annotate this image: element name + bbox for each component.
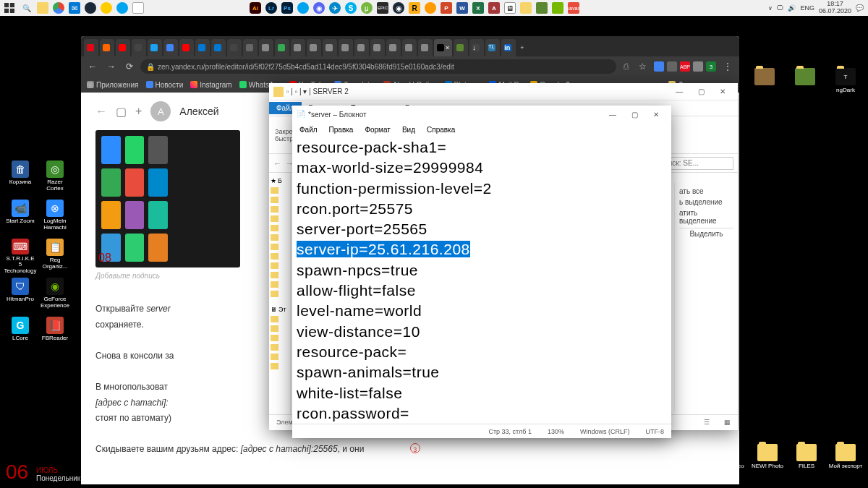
discord-icon[interactable]: ◉ — [313, 2, 325, 14]
app13-icon[interactable] — [520, 2, 532, 14]
select-opt[interactable]: ать все — [679, 186, 733, 197]
sidebar-item[interactable] — [271, 195, 289, 205]
menu-icon[interactable]: ⋮ — [720, 61, 735, 72]
steam2-icon[interactable]: ◉ — [393, 2, 404, 14]
sidebar-item[interactable] — [271, 214, 289, 223]
folder-export[interactable]: Мой экспорт — [827, 444, 864, 469]
browser-tab[interactable] — [259, 39, 273, 56]
browser-tab[interactable] — [243, 39, 258, 56]
desktop-fbreader[interactable]: 📕FBReader — [38, 315, 72, 354]
menu-help[interactable]: Справка — [422, 125, 459, 134]
desktop-razer[interactable]: ◎Razer Cortex — [38, 159, 72, 198]
explorer-titlebar[interactable]: ▫ | ▫ | ▾ | SERVER 2 — ▢ ✕ — [269, 83, 738, 100]
select-opt[interactable]: атить выделение — [679, 207, 733, 226]
browser-tab[interactable] — [116, 39, 130, 56]
browser-tab[interactable] — [418, 39, 433, 56]
notepad-textarea[interactable]: resource-pack-sha1= max-world-size=29999… — [292, 136, 671, 424]
sidebar-item[interactable] — [271, 314, 289, 324]
sidebar-item[interactable] — [271, 252, 289, 261]
sidebar-item[interactable] — [271, 233, 289, 242]
app-icon[interactable] — [116, 2, 128, 14]
minimize-button[interactable]: — — [668, 85, 690, 99]
sidebar-item[interactable] — [271, 324, 289, 333]
browser-tab[interactable] — [195, 39, 210, 56]
cast-icon[interactable]: ⎙ — [621, 61, 631, 72]
tray-display-icon[interactable]: 🖵 — [777, 4, 783, 12]
skype-icon[interactable]: S — [345, 2, 357, 14]
browser-tab[interactable] — [386, 39, 401, 56]
maximize-button[interactable]: ▢ — [690, 85, 712, 99]
sidebar-item[interactable] — [271, 352, 289, 361]
nvidia-icon[interactable] — [552, 2, 563, 14]
tray-notif-icon[interactable]: 💬 — [856, 4, 864, 12]
sidebar-item[interactable] — [271, 343, 289, 352]
epic-icon[interactable]: EPIC — [377, 2, 388, 14]
notepad-titlebar[interactable]: 📄 *server – Блокнот — ▢ ✕ — [292, 106, 671, 123]
folder-files[interactable]: FILES — [788, 444, 825, 469]
excel-icon[interactable]: X — [472, 2, 484, 14]
yandex-icon[interactable] — [101, 2, 112, 14]
browser-tab[interactable] — [370, 39, 385, 56]
explorer-icon[interactable] — [37, 2, 48, 14]
ai-icon[interactable]: Ai — [250, 2, 261, 14]
menu-format[interactable]: Формат — [360, 125, 395, 134]
browser-tab[interactable] — [132, 39, 146, 56]
browser-tab[interactable] — [291, 39, 305, 56]
utorrent-icon[interactable]: μ — [361, 2, 373, 14]
bookmark[interactable]: Instagram — [190, 81, 231, 89]
sidebar-item[interactable]: ★Б — [271, 176, 289, 186]
pc-icon[interactable]: 🖥 — [504, 2, 516, 14]
sidebar-item[interactable] — [271, 186, 289, 195]
rockstar-icon[interactable]: R — [409, 2, 420, 14]
browser-tab[interactable]: TL — [485, 39, 500, 56]
browser-tab[interactable] — [354, 39, 369, 56]
tray-chevron-icon[interactable]: ∨ — [768, 5, 773, 12]
view-icons-icon[interactable]: ▦ — [724, 419, 731, 426]
zen-image[interactable]: 08 — [95, 130, 240, 267]
sidebar-item[interactable] — [271, 280, 289, 289]
folder-newphoto[interactable]: NEW! Photo — [749, 444, 786, 469]
sidebar-item[interactable] — [271, 270, 289, 280]
start-icon[interactable] — [4, 3, 14, 13]
ext-icon[interactable] — [667, 61, 677, 72]
sidebar-item[interactable] — [271, 333, 289, 343]
menu-edit[interactable]: Правка — [325, 125, 358, 134]
zen-gallery-icon[interactable]: ▢ — [116, 105, 127, 119]
desktop-regorg[interactable]: 📋Reg Organiz... — [38, 237, 72, 276]
bookmark[interactable]: Новости — [146, 81, 184, 89]
desktop-hitmanpro[interactable]: 🛡HitmanPro — [3, 276, 38, 315]
sidebar-thispc[interactable]: 🖥Эт — [271, 304, 289, 314]
sidebar-item[interactable] — [271, 289, 289, 299]
browser-tab[interactable] — [275, 39, 289, 56]
tray-clock[interactable]: 18:17 06.07.2020 — [819, 1, 851, 15]
menu-file[interactable]: Файл — [295, 125, 322, 134]
browser-tab[interactable] — [339, 39, 353, 56]
desktop-geforce[interactable]: ◉GeForce Experience — [38, 276, 72, 315]
telegram-icon[interactable]: ✈ — [329, 2, 341, 14]
browser-tab[interactable] — [307, 39, 321, 56]
word-icon[interactable]: W — [456, 2, 468, 14]
browser-tab[interactable] — [227, 39, 242, 56]
ps-icon[interactable]: Ps — [281, 2, 293, 14]
mail-icon[interactable]: ✉ — [69, 2, 80, 14]
tray-lang[interactable]: ENG — [800, 4, 814, 12]
browser-tab[interactable] — [402, 39, 417, 56]
close-button[interactable]: ✕ — [645, 107, 667, 121]
ext-icon[interactable]: ABP — [680, 61, 690, 72]
desktop-app-c[interactable] — [787, 68, 823, 93]
browser-tab[interactable]: ↓ — [469, 39, 484, 56]
app9-icon[interactable] — [425, 2, 436, 14]
sidebar-item[interactable] — [271, 361, 289, 371]
select-opt[interactable]: ь выделение — [679, 197, 733, 207]
desktop-app-d[interactable]: TngDark — [827, 68, 864, 93]
maximize-button[interactable]: ▢ — [624, 107, 645, 121]
chrome-icon[interactable] — [53, 2, 64, 14]
nav-back-icon[interactable]: ← — [273, 159, 281, 168]
access-icon[interactable]: A — [488, 2, 500, 14]
forward-icon[interactable]: → — [104, 61, 119, 72]
ext-icon[interactable] — [693, 61, 703, 72]
browser-tab-active[interactable]: × — [434, 39, 452, 56]
view-details-icon[interactable]: ☰ — [704, 419, 710, 426]
sidebar-item[interactable] — [271, 261, 289, 270]
app16-icon[interactable]: vavas — [568, 2, 579, 14]
